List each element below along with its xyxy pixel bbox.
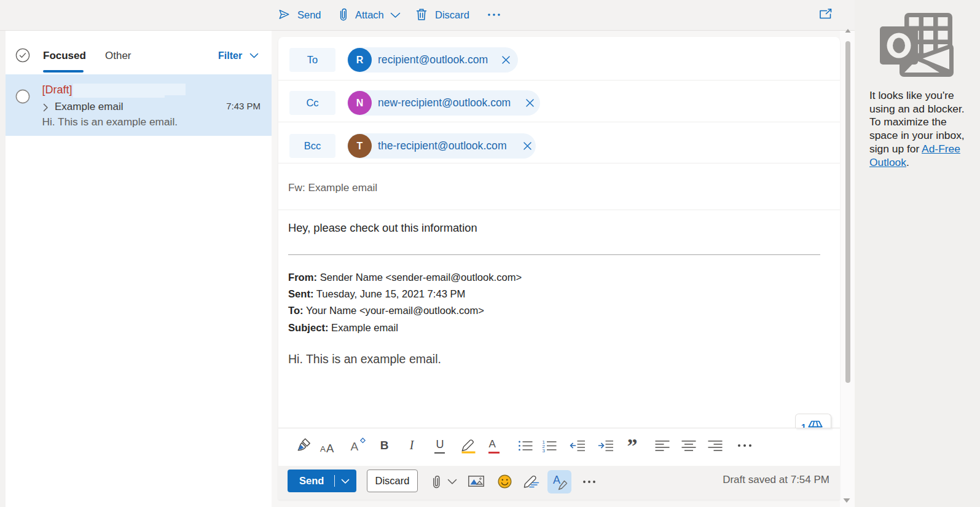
svg-text:3: 3 xyxy=(543,448,546,454)
